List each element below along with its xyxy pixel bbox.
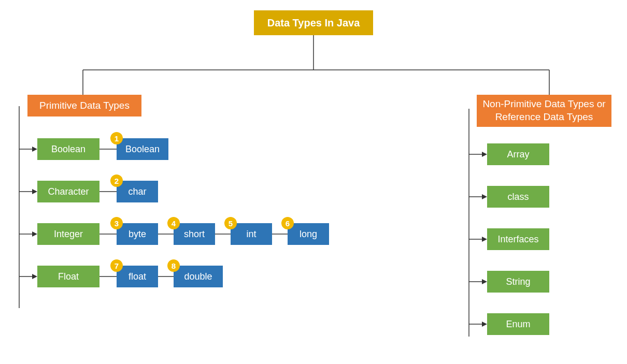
svg-marker-27 (482, 237, 487, 242)
type-boolean: Boolean (117, 138, 168, 160)
type-float: float (117, 266, 158, 287)
type-int: int (231, 223, 272, 245)
svg-marker-6 (32, 147, 37, 152)
category-boolean: Boolean (37, 138, 99, 160)
item-enum: Enum (487, 313, 549, 335)
type-short: short (174, 223, 215, 245)
title-box: Data Types In Java (254, 10, 373, 35)
svg-marker-23 (482, 152, 487, 157)
item-interfaces: Interfaces (487, 228, 549, 250)
badge-6: 6 (281, 217, 294, 229)
type-long: long (288, 223, 329, 245)
badge-4: 4 (167, 217, 180, 229)
badge-1: 1 (110, 132, 123, 144)
svg-marker-31 (482, 322, 487, 327)
nonprimitive-header: Non-Primitive Data Types or Reference Da… (477, 95, 611, 127)
category-character: Character (37, 181, 99, 202)
svg-marker-25 (482, 194, 487, 199)
badge-2: 2 (110, 174, 123, 187)
badge-3: 3 (110, 217, 123, 229)
badge-5: 5 (224, 217, 237, 229)
svg-marker-10 (32, 231, 37, 237)
badge-8: 8 (167, 259, 180, 272)
item-string: String (487, 271, 549, 293)
badge-7: 7 (110, 259, 123, 272)
item-array: Array (487, 143, 549, 165)
svg-marker-8 (32, 189, 37, 194)
item-class: class (487, 186, 549, 208)
svg-marker-29 (482, 279, 487, 284)
type-byte: byte (117, 223, 158, 245)
category-integer: Integer (37, 223, 99, 245)
type-char: char (117, 181, 158, 202)
category-float: Float (37, 266, 99, 287)
svg-marker-12 (32, 274, 37, 279)
type-double: double (174, 266, 223, 287)
primitive-header: Primitive Data Types (27, 95, 141, 117)
